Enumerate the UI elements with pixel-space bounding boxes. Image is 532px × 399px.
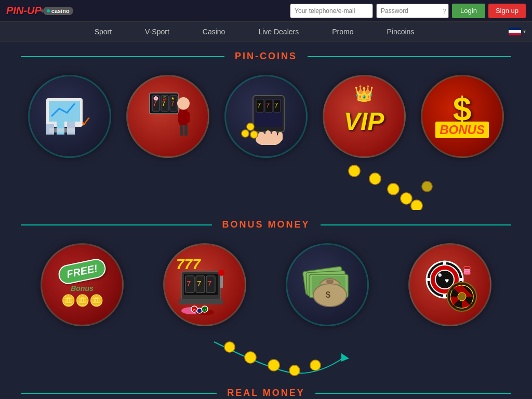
svg-point-89	[224, 342, 235, 352]
sidebar-item-live-dealers[interactable]: Live Dealers	[242, 22, 315, 42]
free-bonus-circle[interactable]: FREE! Bonus 🪙🪙🪙	[41, 243, 124, 326]
svg-text:🌸: 🌸	[153, 96, 158, 101]
svg-rect-81	[459, 278, 463, 281]
bonus-divider-right	[321, 224, 512, 225]
svg-point-37	[247, 123, 254, 130]
logo-dot-icon	[47, 9, 50, 12]
money-bag-circle[interactable]: $ $	[286, 243, 369, 326]
svg-point-40	[349, 165, 360, 177]
sidebar-item-pincoins[interactable]: Pincoins	[370, 22, 431, 42]
divider-line-left	[21, 56, 224, 57]
language-selector[interactable]: ▾	[509, 28, 526, 35]
sidebar-item-promo[interactable]: Promo	[315, 22, 370, 42]
svg-point-44	[411, 200, 422, 210]
play-slots-circle[interactable]: 777 7 7 7	[163, 243, 246, 326]
coins-transition-area	[21, 163, 511, 210]
slots-girl-icon-circle[interactable]: 7 7 7 🌸 🍒 ★	[126, 75, 209, 158]
header-auth-area: ? Login Sign up	[290, 4, 526, 18]
logo-casino-text: casino	[51, 8, 70, 14]
signup-button[interactable]: Sign up	[488, 4, 526, 18]
svg-rect-85	[464, 272, 470, 274]
svg-point-91	[268, 360, 280, 371]
password-input[interactable]	[376, 4, 449, 18]
money-bag-content: $ $	[287, 245, 367, 325]
svg-text:7: 7	[274, 101, 278, 109]
roulette-circle[interactable]: ♠ ♥	[408, 243, 491, 326]
svg-text:777: 777	[176, 256, 201, 272]
svg-text:✓: ✓	[80, 114, 92, 130]
svg-rect-80	[427, 278, 431, 281]
pin-coins-icons-row: ✓ 7 7 7	[21, 67, 511, 163]
bonus-divider-left	[21, 224, 212, 225]
svg-rect-4	[67, 122, 75, 135]
play-slots-svg: 777 7 7 7	[171, 251, 238, 318]
slots-girl-content: 7 7 7 🌸 🍒 ★	[128, 76, 208, 156]
svg-rect-72	[326, 280, 334, 284]
svg-point-39	[250, 131, 258, 138]
chevron-down-icon: ▾	[523, 29, 526, 34]
svg-rect-17	[178, 112, 181, 123]
password-help-icon[interactable]: ?	[443, 7, 446, 15]
logo-casino-badge: casino	[43, 7, 73, 15]
svg-text:★: ★	[171, 96, 175, 101]
analytics-icon-circle[interactable]: ✓	[28, 75, 111, 158]
svg-rect-6	[49, 128, 75, 132]
nav-items: Sport V-Sport Casino Live Dealers Promo …	[0, 22, 509, 42]
vip-content: 👑 VIP	[324, 76, 404, 156]
svg-rect-86	[464, 269, 470, 272]
slots-girl-svg: 7 7 7 🌸 🍒 ★	[137, 85, 199, 148]
svg-text:$: $	[326, 290, 330, 299]
svg-text:🍒: 🍒	[162, 96, 167, 101]
svg-point-90	[245, 352, 256, 363]
sidebar-item-casino[interactable]: Casino	[186, 22, 242, 42]
navigation: Sport V-Sport Casino Live Dealers Promo …	[0, 22, 532, 42]
uk-flag-icon	[509, 28, 521, 35]
vip-icon-circle[interactable]: 👑 VIP	[323, 75, 406, 158]
svg-point-56	[218, 270, 224, 276]
svg-rect-87	[464, 267, 470, 269]
svg-point-43	[401, 193, 412, 204]
svg-point-92	[289, 365, 300, 376]
bonus-sub-label: Bonus	[71, 284, 94, 292]
svg-text:♥: ♥	[445, 276, 449, 285]
real-money-divider-right	[315, 393, 511, 394]
play-slots-content: 777 7 7 7	[165, 245, 245, 325]
svg-text:7: 7	[187, 279, 191, 288]
svg-point-38	[242, 130, 249, 137]
analytics-content: ✓	[30, 76, 110, 156]
roulette-svg: ♠ ♥	[416, 251, 484, 318]
svg-text:7: 7	[197, 279, 201, 288]
sidebar-item-vsport[interactable]: V-Sport	[128, 22, 186, 42]
svg-rect-57	[179, 299, 223, 304]
divider-line-right	[308, 56, 511, 57]
svg-text:♠: ♠	[438, 270, 442, 278]
svg-rect-33	[258, 132, 264, 142]
svg-point-15	[177, 97, 190, 110]
real-money-coins-svg	[21, 331, 511, 378]
svg-point-41	[369, 173, 381, 184]
coins-arrow-svg	[21, 163, 511, 210]
mobile-casino-content: 7 7 7	[226, 76, 306, 156]
real-money-transition	[21, 331, 511, 378]
svg-rect-35	[272, 131, 277, 142]
main-content: PIN-COINS ✓	[0, 42, 532, 399]
bonus-icon-circle[interactable]: $ BONUS	[421, 75, 504, 158]
svg-point-93	[310, 360, 321, 370]
sidebar-item-sport[interactable]: Sport	[78, 22, 128, 42]
real-money-title: REAL MONEY	[217, 388, 315, 398]
svg-marker-88	[341, 353, 349, 362]
svg-text:7: 7	[257, 101, 261, 109]
header: PIN-UP casino ? Login Sign up	[0, 0, 532, 22]
login-button[interactable]: Login	[452, 4, 485, 18]
phone-email-input[interactable]	[290, 4, 373, 18]
bonus-money-icons-row: FREE! Bonus 🪙🪙🪙 777 7 7	[21, 235, 511, 331]
mobile-casino-icon-circle[interactable]: 7 7 7	[224, 75, 308, 158]
password-wrap: ?	[376, 4, 449, 18]
coins-stack-icon: 🪙🪙🪙	[61, 294, 103, 308]
svg-rect-36	[278, 132, 283, 141]
svg-point-45	[422, 181, 432, 192]
bonus-content: $ BONUS	[435, 95, 489, 139]
svg-point-84	[458, 292, 466, 301]
svg-rect-20	[184, 125, 188, 136]
bonus-money-title: BONUS MONEY	[212, 219, 321, 230]
